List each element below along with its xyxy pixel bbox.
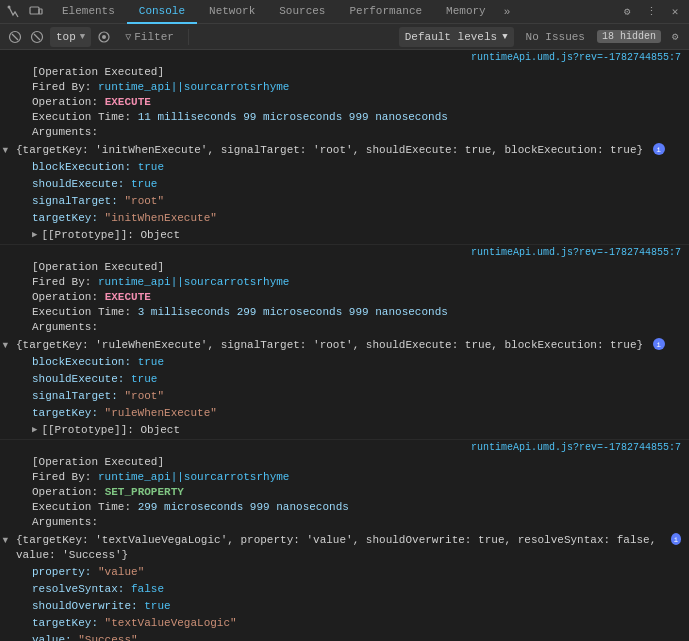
tab-performance[interactable]: Performance	[337, 0, 434, 24]
prop-key: value:	[32, 634, 72, 641]
source-link[interactable]: runtimeApi.umd.js?rev=-1782744855:7	[0, 245, 689, 258]
prop-key: targetKey:	[32, 617, 98, 629]
prop-key: blockExecution:	[32, 356, 131, 368]
svg-line-4	[12, 34, 18, 40]
prop-key: shouldExecute:	[32, 178, 124, 190]
prop-value: "root"	[118, 195, 164, 207]
expand-arrow[interactable]: ▶	[0, 148, 11, 153]
log-line: [Operation Executed]	[32, 260, 681, 275]
more-tabs-icon[interactable]: »	[498, 6, 517, 18]
log-line: Operation: EXECUTE	[32, 95, 681, 110]
prop-value: true	[138, 600, 171, 612]
devtools-close-icon[interactable]: ✕	[665, 2, 685, 22]
log-part: Fired By:	[32, 81, 98, 93]
prototype-line[interactable]: ▶[[Prototype]]: Object	[0, 227, 689, 244]
prop-value: "value"	[91, 566, 144, 578]
prop-value: "textValueVegaLogic"	[98, 617, 237, 629]
filter-label: Filter	[134, 31, 174, 43]
prop-key: signalTarget:	[32, 195, 118, 207]
proto-arrow[interactable]: ▶	[32, 423, 37, 438]
devtools-tab-bar: Elements Console Network Sources Perform…	[0, 0, 689, 24]
proto-text: [[Prototype]]: Object	[41, 423, 180, 438]
log-part: Operation:	[32, 486, 105, 498]
pause-on-exceptions-icon[interactable]	[28, 28, 46, 46]
context-label: top	[56, 31, 76, 43]
expandable-object[interactable]: ▶{targetKey: 'ruleWhenExecute', signalTa…	[0, 337, 689, 354]
log-part: SET_PROPERTY	[105, 486, 184, 498]
log-part: Execution Time:	[32, 306, 138, 318]
log-part: Execution Time:	[32, 111, 138, 123]
console-settings-icon[interactable]: ⚙	[667, 29, 683, 45]
log-part: 299 microseconds 999 nanoseconds	[138, 501, 349, 513]
live-expressions-icon[interactable]	[95, 28, 113, 46]
devtools-settings-icon[interactable]: ⚙	[617, 2, 637, 22]
prop-value: true	[131, 356, 164, 368]
object-property: signalTarget: "root"	[0, 388, 689, 405]
prop-key: signalTarget:	[32, 390, 118, 402]
tab-elements[interactable]: Elements	[50, 0, 127, 24]
object-preview: {targetKey: 'textValueVegaLogic', proper…	[16, 533, 668, 563]
object-property: shouldOverwrite: true	[0, 598, 689, 615]
object-property: shouldExecute: true	[0, 371, 689, 388]
object-property: blockExecution: true	[0, 159, 689, 176]
log-line: Execution Time: 11 milliseconds 99 micro…	[32, 110, 681, 125]
log-part: EXECUTE	[105, 96, 151, 108]
prop-key: shouldExecute:	[32, 373, 124, 385]
hidden-count-badge[interactable]: 18 hidden	[597, 30, 661, 43]
log-entry: [Operation Executed]Fired By: runtime_ap…	[0, 63, 689, 142]
log-line: Operation: SET_PROPERTY	[32, 485, 681, 500]
source-link[interactable]: runtimeApi.umd.js?rev=-1782744855:7	[0, 440, 689, 453]
prop-key: property:	[32, 566, 91, 578]
device-toggle-icon[interactable]	[26, 2, 46, 22]
log-line: Fired By: runtime_api||sourcarrotsrhyme	[32, 80, 681, 95]
object-preview: {targetKey: 'initWhenExecute', signalTar…	[16, 143, 650, 158]
prop-value: "Success"	[72, 634, 138, 641]
tab-memory[interactable]: Memory	[434, 0, 498, 24]
log-part: Execution Time:	[32, 501, 138, 513]
no-issues-label: No Issues	[520, 30, 591, 44]
log-part: runtime_api||sourcarrotsrhyme	[98, 276, 289, 288]
object-property: signalTarget: "root"	[0, 193, 689, 210]
log-part: Fired By:	[32, 471, 98, 483]
tab-network[interactable]: Network	[197, 0, 267, 24]
log-group-2: runtimeApi.umd.js?rev=-1782744855:7[Oper…	[0, 440, 689, 641]
context-chevron: ▼	[80, 32, 85, 42]
toolbar-separator-1	[188, 29, 189, 45]
expandable-object[interactable]: ▶{targetKey: 'textValueVegaLogic', prope…	[0, 532, 689, 564]
log-line: Operation: EXECUTE	[32, 290, 681, 305]
tab-sources[interactable]: Sources	[267, 0, 337, 24]
log-part: Fired By:	[32, 276, 98, 288]
expand-arrow[interactable]: ▶	[0, 538, 11, 543]
object-property: targetKey: "textValueVegaLogic"	[0, 615, 689, 632]
info-badge[interactable]: i	[671, 533, 681, 545]
log-entry: [Operation Executed]Fired By: runtime_ap…	[0, 258, 689, 337]
object-preview: {targetKey: 'ruleWhenExecute', signalTar…	[16, 338, 650, 353]
devtools-more-icon[interactable]: ⋮	[641, 2, 661, 22]
log-part: 11 milliseconds 99 microseconds 999 nano…	[138, 111, 448, 123]
prop-value: false	[124, 583, 164, 595]
prop-value: "root"	[118, 390, 164, 402]
expand-arrow[interactable]: ▶	[0, 343, 11, 348]
context-selector[interactable]: top ▼	[50, 27, 91, 47]
filter-button[interactable]: ▽ Filter	[117, 27, 182, 47]
info-badge[interactable]: i	[653, 143, 665, 155]
svg-rect-1	[30, 7, 39, 14]
log-line: [Operation Executed]	[32, 65, 681, 80]
tab-console[interactable]: Console	[127, 0, 197, 24]
proto-arrow[interactable]: ▶	[32, 228, 37, 243]
default-levels-dropdown[interactable]: Default levels ▼	[399, 27, 514, 47]
console-toolbar: top ▼ ▽ Filter Default levels ▼ No Issue…	[0, 24, 689, 50]
source-link[interactable]: runtimeApi.umd.js?rev=-1782744855:7	[0, 50, 689, 63]
inspect-element-icon[interactable]	[4, 2, 24, 22]
prototype-line[interactable]: ▶[[Prototype]]: Object	[0, 422, 689, 439]
log-line: Execution Time: 299 microseconds 999 nan…	[32, 500, 681, 515]
info-badge[interactable]: i	[653, 338, 665, 350]
svg-point-8	[102, 35, 106, 39]
prop-key: targetKey:	[32, 212, 98, 224]
svg-rect-2	[39, 9, 42, 14]
log-line: Arguments:	[32, 125, 681, 140]
clear-console-icon[interactable]	[6, 28, 24, 46]
svg-point-0	[8, 5, 11, 8]
prop-value: true	[131, 161, 164, 173]
expandable-object[interactable]: ▶{targetKey: 'initWhenExecute', signalTa…	[0, 142, 689, 159]
